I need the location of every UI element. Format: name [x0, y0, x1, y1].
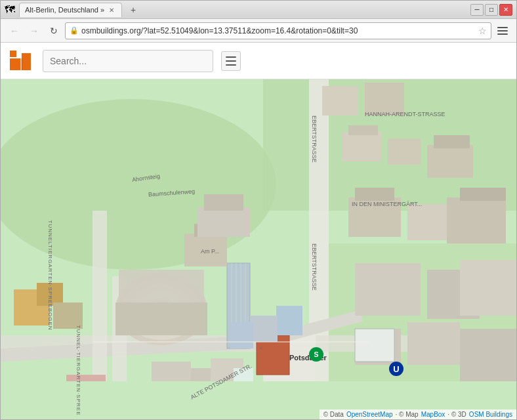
svg-rect-39 — [447, 198, 506, 243]
sbahn-marker: S — [309, 347, 323, 362]
svg-rect-33 — [388, 138, 421, 165]
svg-rect-51 — [37, 283, 63, 306]
attribution-map: · © Map — [396, 411, 419, 418]
map-area[interactable]: EBERTSTRASSE EBERTSTRASSE HANNAH-ARENDT-… — [1, 79, 516, 419]
svg-rect-35 — [434, 135, 470, 148]
minimize-button[interactable]: ─ — [470, 4, 484, 16]
browser-menu-button[interactable] — [494, 22, 511, 39]
attribution-3d: · © 3D — [447, 411, 466, 418]
svg-rect-37 — [355, 188, 394, 201]
favicon-icon: 🗺 — [5, 5, 15, 15]
ubahn-label: U — [393, 364, 399, 374]
attribution-osm-link[interactable]: OpenStreetMap — [346, 411, 393, 418]
security-icon: 🔒 — [70, 26, 79, 35]
app-toolbar — [1, 43, 516, 79]
svg-rect-45 — [407, 322, 460, 365]
svg-rect-1 — [10, 51, 16, 57]
svg-rect-38 — [407, 204, 447, 240]
bookmark-star-icon[interactable]: ☆ — [478, 26, 487, 36]
svg-rect-21 — [115, 303, 207, 335]
toolbar-menu-line-1 — [226, 56, 236, 58]
svg-rect-46 — [460, 329, 516, 381]
svg-rect-56 — [204, 194, 243, 211]
toolbar-menu-line-3 — [226, 64, 236, 66]
nav-bar: ← → ↻ 🔒 osmbuildings.org/?lat=52.51049&l… — [1, 19, 516, 43]
map-attribution: © Data OpenStreetMap · © Map MapBox · © … — [320, 410, 516, 419]
svg-rect-36 — [348, 198, 401, 237]
svg-rect-57 — [276, 306, 302, 335]
sbahn-label: S — [314, 350, 318, 358]
forward-button[interactable]: → — [26, 22, 43, 39]
browser-window: 🗺 Alt-Berlin, Deutschland » ✕ + ─ □ ✕ ← … — [0, 0, 517, 420]
tab-label: Alt-Berlin, Deutschland » — [25, 6, 104, 14]
svg-rect-60 — [152, 362, 191, 381]
window-controls: ─ □ ✕ — [470, 4, 512, 16]
search-input[interactable] — [50, 56, 206, 66]
svg-point-5 — [1, 99, 276, 270]
new-tab-button[interactable]: + — [126, 3, 140, 17]
title-bar: 🗺 Alt-Berlin, Deutschland » ✕ + ─ □ ✕ — [1, 1, 516, 19]
close-button[interactable]: ✕ — [499, 4, 512, 16]
toolbar-menu-button[interactable] — [221, 51, 241, 71]
svg-rect-64 — [322, 86, 358, 116]
svg-rect-31 — [342, 132, 381, 161]
url-text: osmbuildings.org/?lat=52.51049&lon=13.37… — [81, 26, 476, 35]
browser-tab[interactable]: Alt-Berlin, Deutschland » ✕ — [19, 3, 122, 17]
svg-rect-63 — [234, 368, 253, 381]
svg-rect-0 — [10, 58, 20, 70]
ubahn-marker: U — [389, 362, 403, 376]
svg-rect-41 — [355, 263, 421, 316]
menu-line-1 — [497, 27, 508, 28]
svg-rect-22 — [119, 270, 204, 303]
address-bar[interactable]: 🔒 osmbuildings.org/?lat=52.51049&lon=13.… — [65, 22, 491, 39]
reload-button[interactable]: ↻ — [45, 22, 62, 39]
svg-rect-3 — [20, 58, 23, 70]
attribution-data: © Data — [323, 411, 344, 418]
back-button[interactable]: ← — [6, 22, 23, 39]
svg-rect-43 — [460, 260, 516, 316]
menu-line-2 — [497, 30, 508, 32]
app-logo — [9, 48, 35, 74]
maximize-button[interactable]: □ — [485, 4, 498, 16]
search-container[interactable] — [43, 50, 213, 72]
svg-rect-2 — [22, 53, 31, 70]
svg-rect-58 — [250, 316, 278, 342]
attribution-osmbuildings-link[interactable]: OSM Buildings — [469, 411, 512, 418]
svg-rect-13 — [93, 211, 107, 381]
svg-rect-34 — [427, 145, 473, 178]
tab-close-button[interactable]: ✕ — [107, 5, 116, 14]
svg-rect-32 — [348, 125, 378, 135]
svg-rect-52 — [53, 303, 83, 329]
svg-rect-65 — [365, 83, 404, 116]
attribution-mapbox-link[interactable]: MapBox — [421, 411, 445, 418]
svg-rect-47 — [355, 329, 394, 362]
svg-rect-40 — [460, 188, 506, 201]
svg-rect-59 — [230, 322, 253, 348]
toolbar-menu-line-2 — [226, 60, 236, 62]
svg-rect-49 — [66, 375, 106, 381]
svg-rect-53 — [184, 234, 227, 266]
menu-line-3 — [497, 33, 508, 35]
svg-rect-55 — [197, 207, 250, 237]
